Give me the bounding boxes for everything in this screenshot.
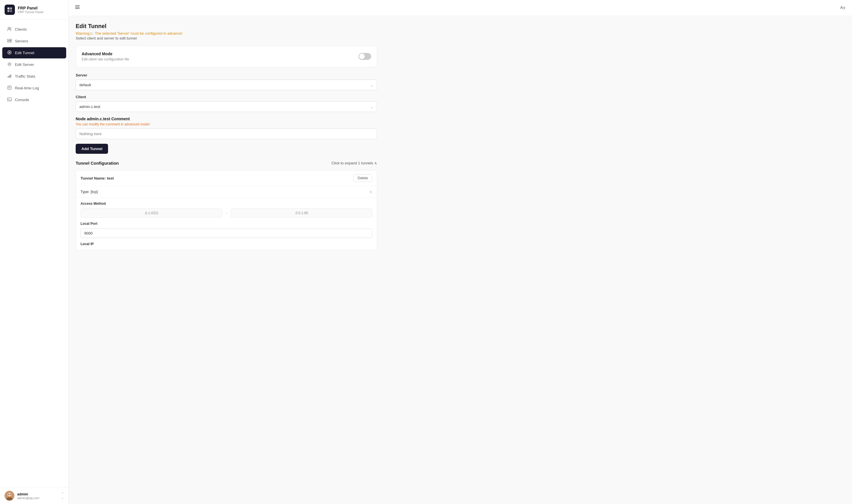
edit-tunnel-label: Edit Tunnel	[15, 51, 34, 55]
advanced-mode-description: Edit client raw configuration file	[82, 57, 129, 61]
arrow-separator: →	[225, 211, 228, 215]
realtime-log-label: Real-time Log	[15, 86, 39, 90]
svg-point-4	[8, 27, 10, 29]
sidebar-footer: admin admin@qq.com ⌃⌄	[0, 487, 69, 504]
svg-point-18	[7, 492, 12, 497]
tunnel-item-header: Tunnel Name: test Delete	[76, 170, 377, 186]
sidebar-item-realtime-log[interactable]: Real-time Log	[2, 83, 66, 94]
local-ip-label: Local IP	[81, 242, 372, 246]
servers-label: Servers	[15, 39, 28, 43]
sidebar-toggle-icon[interactable]	[74, 4, 80, 12]
delete-tunnel-button[interactable]: Delete	[353, 174, 372, 182]
topbar: A文	[69, 0, 852, 16]
svg-rect-24	[75, 8, 80, 9]
traffic-stats-icon	[7, 74, 12, 79]
access-to-field: .0.0.1:90	[230, 209, 372, 218]
page-content: Edit Tunnel Warning⚠: The selected 'Serv…	[69, 16, 384, 257]
tunnel-type-label: Type: [tcp]	[81, 190, 98, 194]
language-icon[interactable]: A文	[840, 4, 846, 12]
local-port-input[interactable]	[81, 229, 372, 238]
app-title: FRP Panel	[18, 6, 43, 10]
sidebar-item-console[interactable]: Console	[2, 94, 66, 105]
svg-point-8	[10, 39, 11, 40]
tunnel-type-row: Type: [tcp] ∧	[76, 186, 377, 198]
servers-icon	[7, 38, 12, 44]
access-method-row: .0.1:4321 → .0.0.1:90	[81, 209, 372, 218]
app-logo: FRP Panel FRP Tunnel Panel	[0, 0, 69, 20]
svg-point-5	[10, 28, 11, 29]
user-info: admin admin@qq.com	[4, 491, 39, 501]
user-email: admin@qq.com	[17, 496, 39, 500]
edit-tunnel-icon	[7, 50, 12, 56]
tunnel-name: Tunnel Name: test	[81, 176, 114, 180]
server-label: Server	[76, 73, 377, 77]
tunnel-collapse-icon[interactable]: ∧	[369, 190, 372, 194]
user-name: admin	[17, 492, 39, 496]
svg-rect-14	[10, 74, 11, 78]
svg-rect-16	[7, 98, 12, 101]
advanced-mode-toggle[interactable]	[359, 53, 371, 60]
local-port-label: Local Port	[81, 222, 372, 226]
logo-icon	[4, 4, 15, 15]
client-select[interactable]: admin.c.test	[76, 101, 377, 112]
user-expand-icon[interactable]: ⌃⌄	[61, 492, 64, 500]
svg-rect-1	[10, 7, 12, 10]
edit-server-icon	[7, 62, 12, 67]
expand-tunnels-link[interactable]: Click to expand 1 tunnels ∧	[332, 161, 377, 165]
svg-rect-3	[10, 10, 12, 12]
page-title: Edit Tunnel	[76, 23, 377, 30]
advanced-mode-card: Advanced Mode Edit client raw configurat…	[76, 46, 377, 67]
svg-point-20	[8, 494, 9, 495]
tunnel-config-title: Tunnel Configuration	[76, 161, 119, 165]
clients-label: Clients	[15, 27, 27, 32]
chevron-up-icon: ∧	[374, 161, 377, 165]
svg-rect-13	[9, 75, 10, 78]
svg-point-21	[10, 494, 11, 495]
server-field-group: Server default	[76, 73, 377, 90]
comment-input[interactable]	[76, 129, 377, 139]
client-label: Client	[76, 95, 377, 99]
add-tunnel-button[interactable]: Add Tunnel	[76, 144, 108, 154]
tunnel-config-header: Tunnel Configuration Click to expand 1 t…	[76, 161, 377, 165]
sidebar-nav: Clients Servers Edit Tunnel Edit Server …	[0, 20, 69, 487]
svg-rect-22	[75, 5, 80, 6]
svg-rect-23	[75, 7, 80, 7]
warning-text: Warning⚠: The selected 'Server' must be …	[76, 31, 377, 36]
traffic-stats-label: Traffic Stats	[15, 74, 35, 78]
console-icon	[7, 97, 12, 103]
clients-icon	[7, 26, 12, 32]
comment-section: Node admin.c.test Comment You can modify…	[76, 116, 377, 139]
svg-point-9	[10, 41, 11, 42]
edit-server-label: Edit Server	[15, 62, 34, 67]
access-method-label: Access Method	[81, 202, 372, 205]
expand-label: Click to expand 1 tunnels	[332, 161, 373, 165]
sidebar-item-edit-server[interactable]: Edit Server	[2, 59, 66, 70]
server-select[interactable]: default	[76, 79, 377, 90]
comment-title: Node admin.c.test Comment	[76, 116, 377, 121]
console-label: Console	[15, 98, 29, 102]
svg-point-11	[8, 63, 10, 65]
client-value: admin.c.test	[80, 105, 100, 109]
svg-rect-0	[7, 7, 10, 10]
tunnel-details: Access Method .0.1:4321 → .0.0.1:90 Loca…	[76, 198, 377, 250]
app-subtitle: FRP Tunnel Panel	[18, 10, 43, 14]
sidebar-item-clients[interactable]: Clients	[2, 24, 66, 35]
access-from-field: .0.1:4321	[81, 209, 222, 218]
avatar	[4, 491, 14, 501]
server-value: default	[80, 83, 91, 87]
page-subtitle: Select client and server to edit tunnel	[76, 36, 377, 40]
svg-rect-15	[8, 86, 11, 89]
tunnel-item: Tunnel Name: test Delete Type: [tcp] ∧ A…	[76, 170, 377, 250]
sidebar-item-traffic-stats[interactable]: Traffic Stats	[2, 71, 66, 82]
sidebar-item-servers[interactable]: Servers	[2, 36, 66, 47]
svg-text:文: 文	[843, 6, 846, 10]
client-field-group: Client admin.c.test	[76, 95, 377, 112]
main-content: A文 Edit Tunnel Warning⚠: The selected 'S…	[69, 0, 852, 504]
realtime-log-icon	[7, 85, 12, 91]
comment-hint: You can modify the comment in advanced m…	[76, 122, 377, 126]
sidebar: FRP Panel FRP Tunnel Panel Clients Serve…	[0, 0, 69, 504]
advanced-mode-title: Advanced Mode	[82, 52, 129, 56]
svg-rect-12	[8, 76, 8, 78]
sidebar-item-edit-tunnel[interactable]: Edit Tunnel	[2, 47, 66, 58]
svg-rect-2	[7, 10, 10, 12]
